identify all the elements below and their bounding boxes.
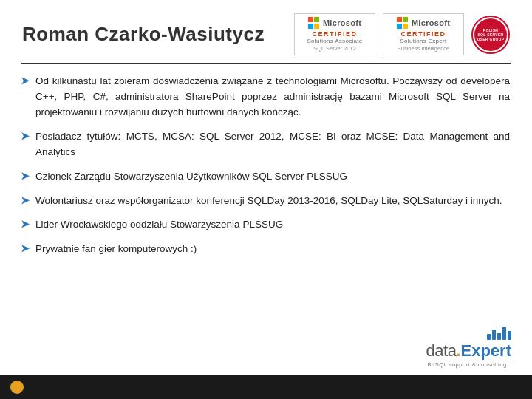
bullet-text-6: Prywatnie fan gier komputerowych :) [35, 242, 197, 257]
page: Roman Czarko-Wasiutycz Microsoft CERTIFI… [0, 0, 532, 399]
bullet-arrow-1: ➤ [21, 75, 30, 86]
bullet-item-5: ➤ Lider Wrocławskiego oddziału Stowarzys… [21, 217, 510, 233]
cert-version-1: SQL Server 2012 [313, 45, 356, 52]
microsoft-icon-1 [308, 17, 320, 29]
logos-area: Microsoft CERTIFIED Solutions Associate … [294, 13, 510, 55]
psug-logo: POLISHSQL SERVERUSER GROUP [471, 16, 510, 54]
de-expert-text: Expert [461, 341, 511, 361]
de-tagline-text: Bi/SQL support & consulting [426, 361, 511, 368]
cert-badge-2: Microsoft CERTIFIED Solutions Expert Bus… [383, 13, 464, 55]
bullet-text-1: Od kilkunastu lat zbieram doświadczenia … [35, 74, 510, 120]
bullet-text-2: Posiadacz tytułów: MCTS, MCSA: SQL Serve… [35, 129, 510, 160]
bullet-arrow-5: ➤ [21, 218, 30, 230]
ms-logo-line-1: Microsoft [308, 17, 361, 29]
cert-type-1: Solutions Associate [307, 38, 362, 44]
psug-text: POLISHSQL SERVERUSER GROUP [477, 28, 505, 41]
data-expert-name: data . Expert [426, 341, 511, 361]
bullet-arrow-6: ➤ [21, 242, 30, 254]
bullet-text-5: Lider Wrocławskiego oddziału Stowarzysze… [35, 217, 283, 233]
ms-brand-1: Microsoft [323, 18, 361, 27]
bottom-bar-circle [10, 381, 24, 394]
cert-badge-1: Microsoft CERTIFIED Solutions Associate … [294, 13, 375, 55]
cert-level-1: CERTIFIED [312, 30, 357, 38]
bullet-item-3: ➤ Członek Zarządu Stowarzyszenia Użytkow… [21, 169, 510, 185]
bullet-arrow-3: ➤ [21, 170, 30, 182]
cert-version-2: Business Intelligence [398, 45, 449, 52]
bullet-arrow-2: ➤ [21, 130, 30, 142]
page-title: Roman Czarko-Wasiutycz [22, 23, 265, 46]
bullet-text-4: Wolontariusz oraz współorganizator konfe… [35, 194, 502, 209]
bullet-arrow-4: ➤ [21, 194, 30, 206]
bullet-item-4: ➤ Wolontariusz oraz współorganizator kon… [21, 194, 510, 209]
bullet-text-3: Członek Zarządu Stowarzyszenia Użytkowni… [35, 169, 347, 185]
bottom-bar [0, 375, 532, 399]
ms-logo-line-2: Microsoft [397, 17, 450, 29]
header: Roman Czarko-Wasiutycz Microsoft CERTIFI… [0, 0, 532, 63]
cert-type-2: Solutions Expert [400, 38, 446, 44]
psug-inner: POLISHSQL SERVERUSER GROUP [474, 18, 507, 51]
microsoft-icon-2 [397, 17, 409, 29]
data-expert-logo: data . Expert Bi/SQL support & consultin… [426, 327, 511, 368]
de-data-text: data [426, 341, 457, 361]
cert-level-2: CERTIFIED [400, 30, 446, 38]
ms-brand-2: Microsoft [412, 18, 450, 27]
bullet-item-1: ➤ Od kilkunastu lat zbieram doświadczeni… [21, 74, 510, 120]
bullet-item-6: ➤ Prywatnie fan gier komputerowych :) [21, 242, 510, 257]
bullet-item-2: ➤ Posiadacz tytułów: MCTS, MCSA: SQL Ser… [21, 129, 510, 160]
